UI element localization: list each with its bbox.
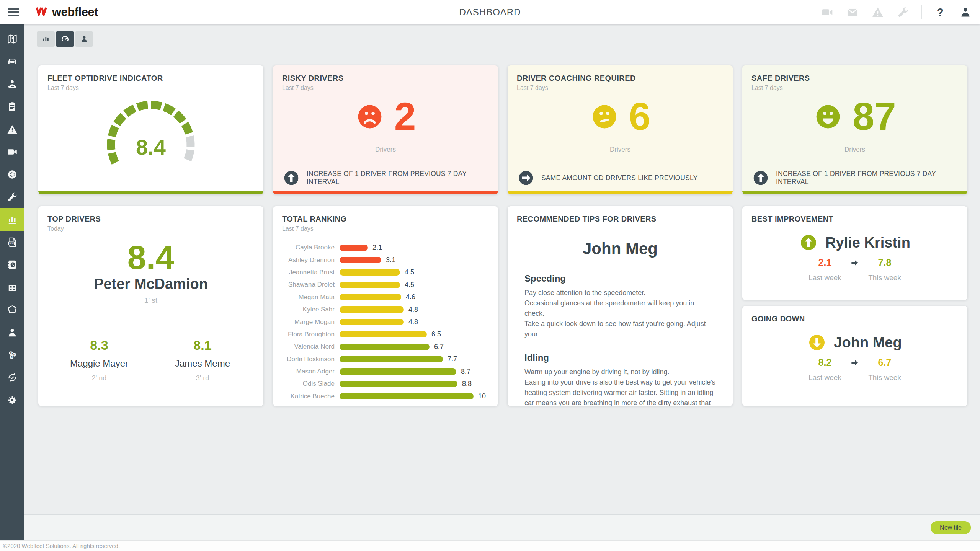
ranking-row: Megan Mata4.6 <box>282 291 489 303</box>
podium-rank: 3' rd <box>151 374 254 382</box>
tile-title: DRIVER COACHING REQUIRED <box>517 74 724 83</box>
score-from: 8.2 <box>800 357 850 368</box>
sidebar-item-users[interactable] <box>0 321 24 344</box>
happy-face-icon <box>813 102 843 131</box>
user-icon[interactable] <box>959 5 972 19</box>
kpi-count: 87 <box>853 99 896 134</box>
bottom-strip: New tile <box>24 514 980 540</box>
polygon-icon <box>7 304 18 316</box>
sidebar-item-maintenance[interactable] <box>0 186 24 208</box>
ranking-bar <box>340 306 404 313</box>
sidebar-item-orders[interactable] <box>0 95 24 118</box>
alert-icon[interactable] <box>871 5 885 19</box>
clipboard-icon <box>7 101 18 112</box>
tile-title: BEST IMPROVEMENT <box>751 215 958 223</box>
tile-safe-drivers[interactable]: SAFE DRIVERS Last 7 days 87 Drivers INCR… <box>742 65 967 194</box>
user-icon <box>959 6 972 19</box>
svg-text:PDF: PDF <box>10 242 14 245</box>
wrench-icon[interactable] <box>896 5 910 19</box>
tile-title: GOING DOWN <box>751 315 958 323</box>
ranking-driver-name: Mason Adger <box>282 368 340 375</box>
video-camera-icon[interactable] <box>820 5 834 19</box>
arrow-right-icon <box>850 258 860 269</box>
going-down-row: John Meg <box>751 333 958 352</box>
sidebar-item-reports[interactable] <box>0 208 24 231</box>
tile-total-ranking[interactable]: TOTAL RANKING Last 7 days Cayla Brooke2.… <box>273 206 498 406</box>
circle-arrow <box>799 233 818 252</box>
tile-title: SAFE DRIVERS <box>751 74 958 83</box>
ranking-value: 4.5 <box>405 268 414 276</box>
ranking-driver-name: Valencia Nord <box>282 343 340 350</box>
ranking-chart: Cayla Brooke2.1Ashley Drennon3.1Jeannett… <box>282 241 489 403</box>
tile-going-down[interactable]: GOING DOWN John Meg 8.2 Last week 6.7 Th… <box>742 306 967 406</box>
sidebar-item-pdf-reports[interactable]: PDF <box>0 231 24 253</box>
ranking-driver-name: Kylee Sahr <box>282 306 340 313</box>
podium-score: 8.1 <box>151 338 254 353</box>
ranking-value: 4.6 <box>406 293 415 301</box>
podium-row: 8.3 Maggie Mayer 2' nd 8.1 James Meme 3'… <box>47 338 254 382</box>
ranking-bar <box>340 344 430 350</box>
ranking-row: Jeannetta Brust4.5 <box>282 266 489 279</box>
new-tile-button[interactable]: New tile <box>931 521 971 534</box>
sidebar-item-costs[interactable]: $£€ <box>0 344 24 366</box>
sync-check-icon <box>7 372 18 383</box>
ranking-value: 4.8 <box>408 306 418 314</box>
menu-button[interactable] <box>8 8 19 16</box>
help-icon[interactable]: ? <box>933 5 947 19</box>
tile-best-improvement[interactable]: BEST IMPROVEMENT Rylie Kristin 2.1 Last … <box>742 206 967 300</box>
sidebar-item-vehicles[interactable] <box>0 50 24 73</box>
sidebar-item-alerts[interactable] <box>0 118 24 140</box>
sidebar-item-map[interactable] <box>0 28 24 50</box>
sidebar-item-company[interactable] <box>0 276 24 298</box>
ranking-bar <box>340 269 400 276</box>
mail-icon[interactable] <box>846 5 859 19</box>
toolbar-button-chart-view[interactable] <box>37 31 55 47</box>
tile-driver-tips[interactable]: RECOMMENDED TIPS FOR DRIVERS John Meg Sp… <box>508 206 733 406</box>
circle-arrow <box>283 170 300 186</box>
top-driver-rank: 1' st <box>47 296 254 305</box>
ranking-value: 8.7 <box>461 368 470 376</box>
ranking-value: 4.5 <box>405 281 414 289</box>
tile-accent-bar <box>273 191 498 194</box>
score-to: 6.7 <box>860 357 910 368</box>
ranking-driver-name: Odis Slade <box>282 380 340 388</box>
sidebar-item-working-times[interactable] <box>0 253 24 276</box>
tile-accent-bar <box>742 191 967 194</box>
tile-title: RISKY DRIVERS <box>282 74 489 83</box>
score-comparison: 2.1 Last week 7.8 This week <box>751 257 958 282</box>
podium-name: Maggie Mayer <box>47 358 151 369</box>
ranking-bar <box>340 319 404 325</box>
sidebar-item-settings[interactable] <box>0 389 24 411</box>
sidebar-item-video[interactable] <box>0 140 24 163</box>
ranking-driver-name: Marge Mogan <box>282 318 340 326</box>
ranking-value: 3.1 <box>386 256 395 264</box>
kpi-count: 2 <box>394 99 416 134</box>
tile-fleet-optidrive[interactable]: FLEET OPTIDRIVE INDICATOR Last 7 days 8.… <box>38 65 263 194</box>
tile-top-drivers[interactable]: TOP DRIVERS Today 8.4 Peter McDamion 1' … <box>38 206 263 406</box>
tip-body: Pay close attention to the speedometer. … <box>524 288 716 339</box>
sidebar-item-sync[interactable] <box>0 366 24 389</box>
podium-second: 8.3 Maggie Mayer 2' nd <box>47 338 151 382</box>
arrow-right-icon <box>850 358 860 369</box>
circle-arrow <box>518 170 534 186</box>
coins-icon: $£€ <box>7 349 18 361</box>
optidrive-gauge: 8.4 <box>47 91 254 194</box>
ranking-driver-name: Megan Mata <box>282 293 340 301</box>
divider <box>47 314 254 314</box>
score-from: 2.1 <box>800 257 850 268</box>
tile-risky-drivers[interactable]: RISKY DRIVERS Last 7 days 2 Drivers INCR… <box>273 65 498 194</box>
ranking-bar <box>340 331 427 337</box>
tile-driver-coaching[interactable]: DRIVER COACHING REQUIRED Last 7 days 6 D… <box>508 65 733 194</box>
webfleet-logo[interactable]: webfleet <box>35 5 98 19</box>
podium-name: James Meme <box>151 358 254 369</box>
ranking-row: Kylee Sahr4.8 <box>282 303 489 316</box>
sidebar-item-areas[interactable] <box>0 298 24 321</box>
arrow-right-small <box>850 258 860 268</box>
toolbar-button-gauge-view[interactable] <box>56 31 74 47</box>
page-title: DASHBOARD <box>459 7 521 18</box>
toolbar-button-driver-view[interactable] <box>75 31 93 47</box>
sidebar-item-tires[interactable] <box>0 163 24 186</box>
sidebar-item-drivers[interactable] <box>0 73 24 95</box>
car-icon <box>7 56 18 67</box>
ranking-value: 6.7 <box>434 343 444 351</box>
